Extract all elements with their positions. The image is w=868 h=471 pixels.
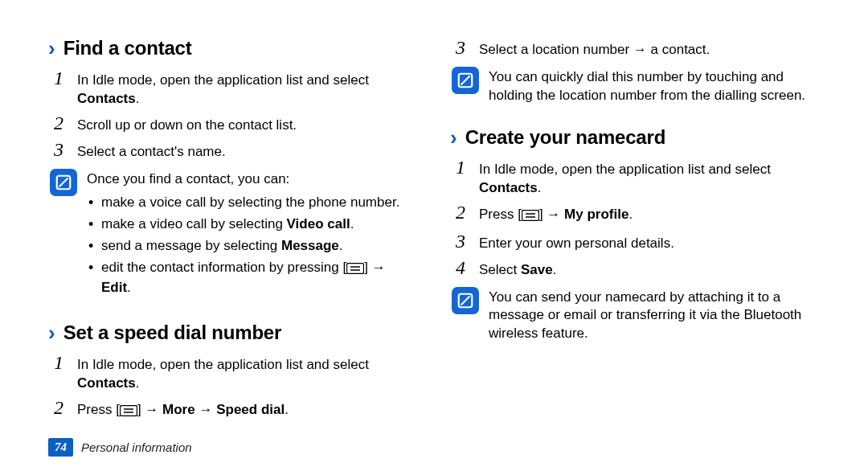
heading-text: Set a speed dial number	[63, 322, 281, 344]
menu-icon	[120, 403, 137, 422]
step-row: 2 Press [] → More → Speed dial.	[48, 395, 418, 424]
svg-line-9	[461, 76, 470, 84]
chevron-right-icon: ›	[48, 38, 55, 59]
menu-icon	[346, 261, 364, 280]
step-row: 3 Select a location number → a contact.	[450, 35, 820, 62]
step-number: 3	[452, 231, 469, 251]
page-number: 74	[48, 438, 73, 457]
left-column: › Find a contact 1 In Idle mode, open th…	[48, 35, 418, 424]
bullet-item: make a video call by selecting Video cal…	[87, 215, 418, 234]
step-number: 2	[50, 113, 68, 133]
step-number: 3	[50, 140, 68, 159]
svg-line-14	[461, 296, 470, 305]
step-number: 3	[452, 38, 469, 57]
chevron-right-icon: ›	[450, 127, 457, 148]
step-number: 2	[452, 203, 469, 222]
footer-section-name: Personal information	[81, 440, 192, 454]
step-body: In Idle mode, open the application list …	[479, 158, 820, 198]
step-body: In Idle mode, open the application list …	[77, 353, 418, 393]
heading-find-contact: › Find a contact	[48, 37, 418, 59]
step-body: Press [] → More → Speed dial.	[77, 398, 289, 422]
heading-text: Create your namecard	[465, 126, 665, 149]
step-body: Select a contact's name.	[77, 140, 226, 162]
right-column: 3 Select a location number → a contact. …	[450, 35, 820, 424]
step-number: 1	[50, 68, 68, 88]
note-icon	[452, 287, 479, 314]
step-number: 4	[452, 258, 469, 277]
note-body: You can quickly dial this number by touc…	[489, 65, 820, 105]
svg-line-1	[59, 178, 68, 186]
chevron-right-icon: ›	[48, 322, 55, 343]
bullet-item: make a voice call by selecting the phone…	[87, 194, 418, 212]
note-row: You can send your namecard by attaching …	[450, 282, 820, 347]
svg-rect-2	[347, 263, 364, 273]
bullet-item: edit the contact information by pressing…	[87, 259, 418, 298]
step-row: 4 Select Save.	[450, 256, 820, 282]
step-row: 3 Enter your own personal details.	[450, 229, 820, 256]
step-row: 2 Press [] → My profile.	[450, 200, 820, 229]
heading-speed-dial: › Set a speed dial number	[48, 322, 418, 344]
page-footer: 74 Personal information	[48, 438, 192, 457]
menu-icon	[522, 208, 539, 227]
step-row: 3 Select a contact's name.	[48, 137, 418, 164]
step-body: Select a location number → a contact.	[479, 38, 710, 59]
step-row: 2 Scroll up or down on the contact list.	[48, 111, 418, 137]
step-number: 1	[50, 353, 68, 372]
note-bullet-list: make a voice call by selecting the phone…	[87, 194, 418, 298]
step-number: 1	[452, 158, 469, 177]
step-body: Select Save.	[479, 258, 556, 280]
step-body: Enter your own personal details.	[479, 231, 674, 253]
step-body: Press [] → My profile.	[479, 203, 633, 227]
note-row: You can quickly dial this number by touc…	[450, 62, 820, 109]
note-body: Once you find a contact, you can: make a…	[87, 167, 418, 301]
bullet-item: send a message by selecting Message.	[87, 237, 418, 256]
step-body: Scroll up or down on the contact list.	[77, 113, 297, 135]
svg-rect-5	[120, 406, 137, 416]
note-body: You can send your namecard by attaching …	[489, 285, 820, 344]
note-icon	[50, 169, 77, 196]
note-icon	[452, 67, 479, 94]
step-row: 1 In Idle mode, open the application lis…	[450, 155, 820, 200]
heading-namecard: › Create your namecard	[450, 126, 820, 149]
heading-text: Find a contact	[63, 37, 192, 59]
step-row: 1 In Idle mode, open the application lis…	[48, 350, 418, 395]
svg-rect-10	[522, 210, 538, 220]
note-row: Once you find a contact, you can: make a…	[48, 164, 418, 305]
step-number: 2	[50, 398, 68, 417]
step-row: 1 In Idle mode, open the application lis…	[48, 66, 418, 111]
step-body: In Idle mode, open the application list …	[77, 68, 418, 109]
